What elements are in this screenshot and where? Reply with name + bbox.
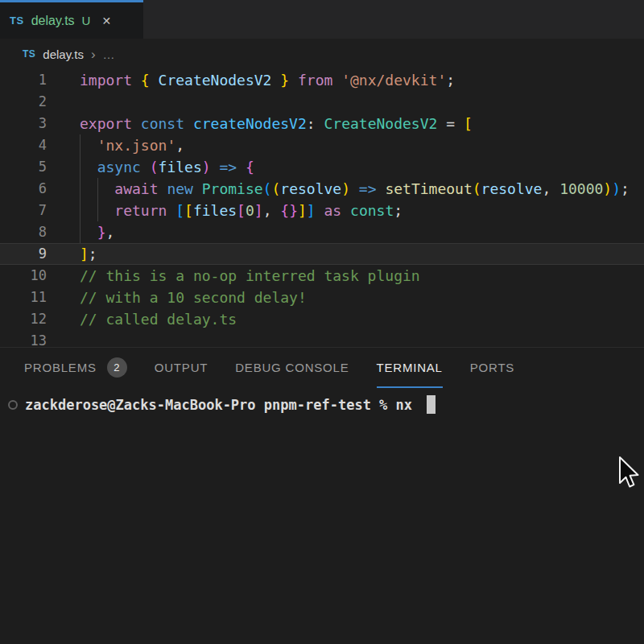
terminal[interactable]: zackderose@Zacks-MacBook-Pro pnpm-ref-te…: [8, 395, 644, 414]
code-line[interactable]: 1import { CreateNodesV2 } from '@nx/devk…: [0, 69, 644, 91]
code-text[interactable]: [80, 91, 644, 113]
line-number: 3: [0, 113, 47, 134]
breadcrumb: TS delay.ts › …: [0, 39, 644, 69]
line-number: 10: [0, 265, 47, 287]
breadcrumb-symbol-ellipsis[interactable]: …: [103, 47, 116, 61]
typescript-file-icon: TS: [10, 14, 24, 27]
line-number: 11: [0, 287, 47, 308]
code-text[interactable]: // called delay.ts: [80, 308, 644, 330]
code-text[interactable]: },: [80, 221, 644, 243]
code-line[interactable]: 2: [0, 91, 644, 113]
editor-lines: 1import { CreateNodesV2 } from '@nx/devk…: [0, 69, 644, 347]
line-number: 9: [0, 243, 47, 265]
panel-tab-label: DEBUG CONSOLE: [235, 361, 349, 374]
terminal-prompt: zackderose@Zacks-MacBook-Pro pnpm-ref-te…: [25, 397, 412, 413]
tab-delay-ts[interactable]: TS delay.ts U ✕: [0, 0, 143, 39]
code-text[interactable]: ];: [80, 243, 644, 265]
code-line[interactable]: 12// called delay.ts: [0, 308, 644, 330]
code-text[interactable]: export const createNodesV2: CreateNodesV…: [80, 113, 644, 134]
code-line[interactable]: 11// with a 10 second delay!: [0, 287, 644, 308]
line-number: 4: [0, 134, 47, 156]
code-text[interactable]: // this is a no-op interred task plugin: [80, 265, 644, 287]
code-line[interactable]: 8 },: [0, 221, 644, 243]
code-text[interactable]: return [[files[0], {}]] as const;: [80, 200, 644, 221]
git-status-badge: U: [82, 14, 91, 27]
code-line[interactable]: 9];: [0, 243, 644, 265]
problems-count-badge: 2: [107, 357, 127, 378]
indent-guide: [80, 156, 80, 178]
panel-tab-ports[interactable]: PORTS: [470, 348, 514, 388]
code-editor[interactable]: 1import { CreateNodesV2 } from '@nx/devk…: [0, 69, 644, 347]
indent-guide: [80, 200, 80, 221]
bottom-panel: PROBLEMS2OUTPUTDEBUG CONSOLETERMINALPORT…: [0, 347, 644, 644]
terminal-cursor: [427, 395, 436, 414]
code-line[interactable]: 10// this is a no-op interred task plugi…: [0, 265, 644, 287]
indent-guide: [80, 221, 80, 243]
panel-tab-label: PROBLEMS: [24, 361, 97, 374]
indent-guide: [97, 200, 98, 221]
panel-tab-label: OUTPUT: [155, 361, 208, 374]
line-number: 6: [0, 178, 47, 200]
panel-tab-debug-console[interactable]: DEBUG CONSOLE: [235, 348, 349, 388]
panel-tab-output[interactable]: OUTPUT: [155, 348, 208, 388]
command-decoration-icon: [8, 400, 18, 410]
panel-tab-label: PORTS: [470, 361, 514, 374]
line-number: 12: [0, 308, 47, 330]
code-text[interactable]: import { CreateNodesV2 } from '@nx/devki…: [80, 69, 644, 91]
close-icon[interactable]: ✕: [101, 14, 111, 27]
line-number: 7: [0, 200, 47, 221]
code-line[interactable]: 3export const createNodesV2: CreateNodes…: [0, 113, 644, 134]
code-line[interactable]: 4 'nx.json',: [0, 134, 644, 156]
indent-guide: [97, 178, 98, 200]
line-number: 5: [0, 156, 47, 178]
code-text[interactable]: // with a 10 second delay!: [80, 287, 644, 308]
typescript-file-icon: TS: [23, 48, 35, 60]
code-line[interactable]: 7 return [[files[0], {}]] as const;: [0, 200, 644, 221]
breadcrumb-file-name[interactable]: delay.ts: [43, 47, 84, 61]
line-number: 1: [0, 69, 47, 91]
code-text[interactable]: 'nx.json',: [80, 134, 644, 156]
panel-tab-terminal[interactable]: TERMINAL: [377, 348, 443, 388]
panel-tab-bar: PROBLEMS2OUTPUTDEBUG CONSOLETERMINALPORT…: [0, 348, 644, 388]
line-number: 8: [0, 221, 47, 243]
tab-bar: TS delay.ts U ✕: [0, 0, 644, 39]
code-line[interactable]: 13: [0, 330, 644, 347]
indent-guide: [80, 134, 80, 156]
code-line[interactable]: 6 await new Promise((resolve) => setTime…: [0, 178, 644, 200]
indent-guide: [80, 178, 80, 200]
code-text[interactable]: async (files) => {: [80, 156, 644, 178]
tab-file-name: delay.ts: [31, 14, 75, 28]
code-text[interactable]: [80, 330, 644, 347]
line-number: 2: [0, 91, 47, 113]
panel-tab-problems[interactable]: PROBLEMS2: [24, 348, 127, 388]
panel-tab-label: TERMINAL: [377, 361, 443, 374]
chevron-right-icon: ›: [91, 47, 96, 61]
code-line[interactable]: 5 async (files) => {: [0, 156, 644, 178]
mouse-cursor-icon: [617, 456, 639, 491]
line-number: 13: [0, 330, 47, 347]
code-text[interactable]: await new Promise((resolve) => setTimeou…: [80, 178, 644, 200]
